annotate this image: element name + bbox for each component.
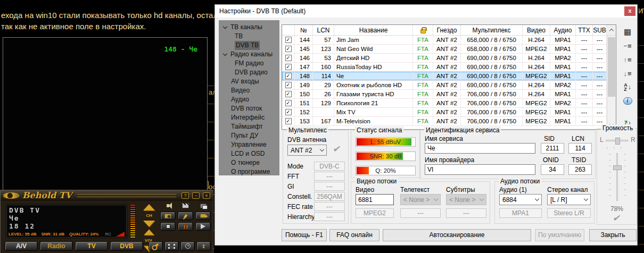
move-down-button[interactable]: ↓≡ [621, 68, 634, 79]
channel-checkbox[interactable]: ✓ [285, 55, 292, 61]
volume-up-button[interactable] [144, 230, 154, 235]
record-audio-button[interactable] [178, 212, 193, 220]
snapshot-button[interactable] [160, 212, 176, 220]
table-scrollbar[interactable] [607, 36, 616, 129]
channel-down-button[interactable] [143, 221, 155, 227]
mode-av-button[interactable]: A/V [5, 241, 38, 251]
channel-row-151[interactable]: ✓151129Психология 21FTAANT #2706,000 / 8… [282, 99, 616, 108]
header-num[interactable]: № [295, 25, 313, 35]
channel-checkbox[interactable]: ✓ [285, 118, 292, 124]
autoscan-button[interactable]: Автосканирование [383, 229, 531, 241]
mode-radio-button[interactable]: Radio [40, 241, 73, 251]
player-help-button[interactable]: ? [181, 192, 189, 199]
scroll-up-button[interactable] [607, 25, 616, 35]
channel-row-146[interactable]: ✓14653Детский HDFTAANT #2690,000 / 8 / 6… [282, 54, 616, 63]
balance-slider[interactable] [606, 140, 628, 141]
service-name-input[interactable]: Че [425, 143, 535, 154]
tree-item-fm-radio[interactable]: FM радио [219, 59, 279, 68]
mode-tv-button[interactable]: TV [75, 241, 108, 251]
pip-button[interactable] [195, 202, 211, 209]
header-socket[interactable]: Гнездо [433, 25, 461, 35]
audio-pid-combo[interactable]: 6884 [499, 194, 542, 205]
channel-row-144[interactable]: ✓14457Jim JamFTAANT #2658,000 / 8 / 6750… [282, 36, 616, 45]
scrollbar-thumb[interactable] [608, 37, 615, 97]
remove-channel-button[interactable]: −≡ [621, 40, 634, 52]
tree-item-about-tuner[interactable]: О тюнере [219, 158, 279, 167]
player-minimize-button[interactable]: − [192, 192, 200, 199]
channel-checkbox[interactable]: ✓ [285, 64, 292, 70]
header-lcn[interactable]: LCN [313, 25, 334, 35]
tree-item-av-inputs[interactable]: AV входы [219, 77, 279, 86]
move-up-button[interactable]: ↑≡ [621, 54, 634, 65]
settings-button[interactable] [148, 241, 163, 251]
channel-row-145[interactable]: ✓145123Nat Geo WildFTAANT #2658,000 / 8 … [282, 45, 616, 54]
volume-thumb[interactable] [613, 165, 622, 170]
channel-checkbox[interactable]: ✓ [285, 100, 292, 106]
stop-button[interactable] [160, 222, 176, 231]
header-multiplex[interactable]: Мультиплекс [461, 25, 523, 35]
header-sub[interactable]: SUB [593, 25, 607, 35]
mute-button[interactable] [160, 202, 176, 209]
playlist-button[interactable] [164, 241, 179, 251]
pause-button[interactable] [178, 222, 193, 231]
header-audio[interactable]: Аудио [550, 25, 576, 35]
video-standard-button[interactable] [178, 202, 193, 209]
channel-checkbox[interactable]: ✓ [285, 109, 292, 115]
antenna-value: ANT #2 [291, 147, 312, 154]
channel-row-150[interactable]: ✓15026Глазами туриста HDFTAANT #2706,000… [282, 90, 616, 99]
antenna-combo[interactable]: ANT #2 [287, 145, 327, 156]
sort-button[interactable]: AZ↓ [621, 81, 634, 93]
close-button[interactable]: Закрыть [589, 229, 637, 241]
channel-row-147[interactable]: ✓147160RussiaToday HDFTAANT #2690,000 / … [282, 63, 616, 72]
dialog-close-button[interactable]: x [624, 6, 635, 16]
tree-item-control[interactable]: Управление [219, 140, 279, 149]
play-button[interactable] [195, 222, 211, 231]
channel-checkbox[interactable]: ✓ [285, 46, 292, 52]
record-video-button[interactable] [195, 212, 211, 220]
tree-item-timeshift[interactable]: Таймшифт [219, 122, 279, 131]
tree-item-dvb-radio[interactable]: DVB радио [219, 68, 279, 77]
channel-row-152[interactable]: ✓152Mix TVFTAANT #2706,000 / 8 / 6750MPE… [282, 108, 616, 117]
channel-row-149[interactable]: ✓14929Охотник и рыболов HDFTAANT #2690,0… [282, 81, 616, 90]
tree-item-dvb-stream[interactable]: DVB поток [219, 104, 279, 113]
channel-checkbox[interactable]: ✓ [285, 37, 292, 43]
header-video[interactable]: Видео [523, 25, 550, 35]
channel-checkbox[interactable]: ✓ [285, 82, 292, 88]
tree-item-lcd-osd[interactable]: LCD и OSD [219, 149, 279, 158]
video-pid-input[interactable]: 6881 [356, 194, 394, 205]
stereo-combo[interactable]: [L / R] [547, 194, 591, 205]
player-close-button[interactable]: × [203, 192, 210, 199]
tree-item-tv[interactable]: ТВ [219, 32, 279, 41]
dialog-titlebar[interactable]: Настройки - DVB ТВ (Default) [215, 5, 637, 18]
tree-item-audio[interactable]: Аудио [219, 95, 279, 104]
compact-mode-button[interactable]: ▲▼ [196, 241, 211, 251]
header-encryption[interactable] [413, 25, 433, 35]
faq-button[interactable]: FAQ онлайн [329, 229, 379, 241]
header-ttx[interactable]: TTX [576, 25, 593, 35]
mode-dvb-button[interactable]: DVB [110, 241, 143, 251]
help-button[interactable]: Помощь - F1 [282, 229, 327, 241]
tree-item-about-app[interactable]: О программе [219, 167, 279, 175]
tree-item-dvb-tv[interactable]: DVB ТВ [219, 41, 279, 50]
info-button[interactable]: i [621, 95, 634, 107]
defaults-button[interactable]: По умолчанию [535, 229, 584, 241]
tree-item-remote[interactable]: Пульт ДУ [219, 131, 279, 140]
channel-row-153[interactable]: ✓153167M-TelevisionFTAANT #2706,000 / 8 … [282, 117, 616, 126]
player-titlebar[interactable]: Behold TV ? − × [1, 190, 213, 201]
scheduler-button[interactable] [180, 241, 195, 251]
channel-up-button[interactable] [143, 204, 155, 210]
channel-video-codec: MPEG2 [523, 99, 550, 107]
channel-checkbox[interactable]: ✓ [285, 91, 292, 97]
tree-item-interface[interactable]: Интерфейс [219, 113, 279, 122]
volume-slider[interactable] [616, 153, 618, 201]
tree-item-tv-channels[interactable]: ТВ каналы [219, 23, 279, 32]
video-window[interactable]: 148 - Че [3, 37, 208, 190]
tree-item-radio-channels[interactable]: Радио каналы [219, 50, 279, 59]
header-name[interactable]: Название [334, 25, 413, 35]
channel-row-148[interactable]: ✓148114ЧеFTAANT #2690,000 / 8 / 6750MPEG… [282, 72, 616, 81]
balance-thumb[interactable] [615, 138, 620, 145]
channel-checkbox[interactable]: ✓ [285, 73, 292, 79]
tree-item-video[interactable]: Видео [219, 86, 279, 95]
provider-input[interactable]: VI [425, 164, 535, 175]
channel-grid-button[interactable]: ▦ [621, 26, 634, 38]
